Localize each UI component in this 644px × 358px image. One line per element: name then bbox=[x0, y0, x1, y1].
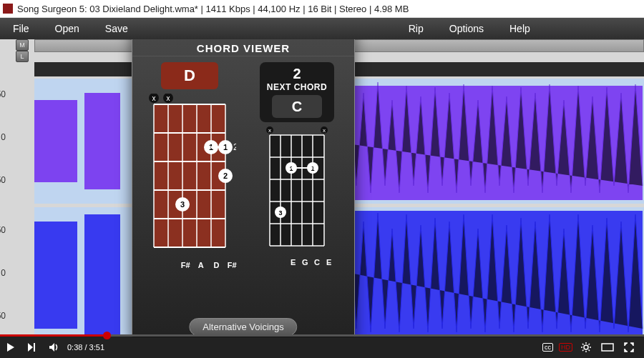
menu-file[interactable]: File bbox=[0, 23, 42, 34]
video-progress-handle[interactable] bbox=[103, 332, 111, 339]
alternative-voicings-button[interactable]: Alternative Voicings bbox=[189, 318, 297, 336]
fullscreen-button[interactable] bbox=[618, 337, 640, 358]
svg-text:x: x bbox=[323, 127, 326, 134]
svg-line-70 bbox=[582, 350, 584, 352]
next-chord-fretboard: x x 1 1 3 bbox=[261, 126, 333, 255]
video-player-controls: 0:38 / 3:51 cc HD bbox=[0, 337, 644, 358]
window-titlebar: Song Surgeon 5: 03 Dixieland Delight.wma… bbox=[0, 0, 644, 18]
video-current-time: 0:38 bbox=[67, 343, 82, 352]
menu-rip[interactable]: Rip bbox=[396, 23, 436, 34]
track-mute-button[interactable]: M bbox=[16, 39, 29, 51]
current-chord-string-notes: F# A D F# bbox=[140, 261, 240, 269]
svg-marker-60 bbox=[28, 343, 33, 352]
svg-rect-8 bbox=[154, 104, 225, 247]
svg-rect-6 bbox=[84, 214, 120, 336]
video-progress-bar[interactable] bbox=[0, 334, 644, 337]
svg-rect-3 bbox=[84, 93, 120, 189]
menu-open[interactable]: Open bbox=[42, 23, 92, 34]
svg-text:2: 2 bbox=[223, 171, 228, 180]
svg-text:2: 2 bbox=[233, 142, 236, 152]
video-progress-played bbox=[0, 334, 103, 337]
next-chord-label: NEXT CHORD bbox=[267, 82, 327, 92]
current-chord-column: D bbox=[140, 62, 240, 269]
yaxis-label: 0 bbox=[0, 268, 6, 278]
svg-marker-62 bbox=[49, 343, 54, 352]
app-icon bbox=[3, 4, 13, 14]
yaxis-label: 0 bbox=[0, 132, 6, 142]
current-chord-badge: D bbox=[161, 62, 218, 89]
next-chord-name: C bbox=[272, 95, 322, 118]
svg-line-69 bbox=[589, 350, 590, 352]
play-button[interactable] bbox=[0, 337, 21, 358]
current-chord-fretboard: x x 1 1 2 2 3 bbox=[143, 94, 236, 258]
menu-options[interactable]: Options bbox=[436, 23, 497, 34]
yaxis-label: 50 bbox=[0, 225, 6, 235]
waveform-workspace[interactable]: M L 0:24 0:28 0:52 0:56 1:00 1:04 1:08 1… bbox=[0, 39, 644, 337]
svg-line-71 bbox=[589, 344, 590, 345]
svg-text:x: x bbox=[152, 94, 156, 102]
svg-line-68 bbox=[582, 344, 584, 345]
svg-text:x: x bbox=[167, 94, 170, 102]
yaxis-label: 50 bbox=[0, 89, 6, 99]
svg-point-63 bbox=[584, 345, 588, 349]
main-menubar: File Open Save Rip Options Help bbox=[0, 18, 644, 39]
next-chord-countdown: 2 bbox=[293, 66, 301, 81]
next-chord-column: 2 NEXT CHORD C bbox=[247, 62, 347, 269]
svg-rect-61 bbox=[34, 343, 35, 352]
next-chord-string-notes: E G C E bbox=[259, 258, 335, 267]
settings-button[interactable] bbox=[575, 337, 597, 358]
track-loop-button[interactable]: L bbox=[16, 51, 29, 62]
yaxis-label: -50 bbox=[0, 311, 6, 321]
svg-text:3: 3 bbox=[180, 200, 185, 209]
video-time-display: 0:38 / 3:51 bbox=[67, 343, 104, 352]
video-duration: 3:51 bbox=[89, 343, 104, 352]
next-button[interactable] bbox=[21, 337, 43, 358]
hd-badge: HD bbox=[559, 343, 572, 352]
svg-rect-5 bbox=[34, 222, 77, 329]
theater-mode-button[interactable] bbox=[597, 337, 618, 358]
svg-text:3: 3 bbox=[278, 209, 282, 217]
svg-rect-2 bbox=[34, 100, 77, 182]
menu-save[interactable]: Save bbox=[92, 23, 141, 34]
menu-help[interactable]: Help bbox=[497, 23, 543, 34]
volume-button[interactable] bbox=[43, 337, 64, 358]
chord-viewer-window[interactable]: Chord Viewer × CHORD VIEWER D bbox=[132, 39, 355, 337]
svg-text:x: x bbox=[268, 127, 271, 134]
yaxis-label: -50 bbox=[0, 175, 6, 185]
svg-rect-35 bbox=[270, 135, 324, 246]
svg-marker-59 bbox=[7, 343, 14, 352]
window-title: Song Surgeon 5: 03 Dixieland Delight.wma… bbox=[17, 4, 409, 14]
cc-button[interactable]: cc bbox=[542, 343, 553, 352]
chord-viewer-header: CHORD VIEWER bbox=[132, 39, 354, 56]
next-chord-box: 2 NEXT CHORD C bbox=[260, 62, 334, 122]
svg-rect-72 bbox=[602, 344, 613, 351]
